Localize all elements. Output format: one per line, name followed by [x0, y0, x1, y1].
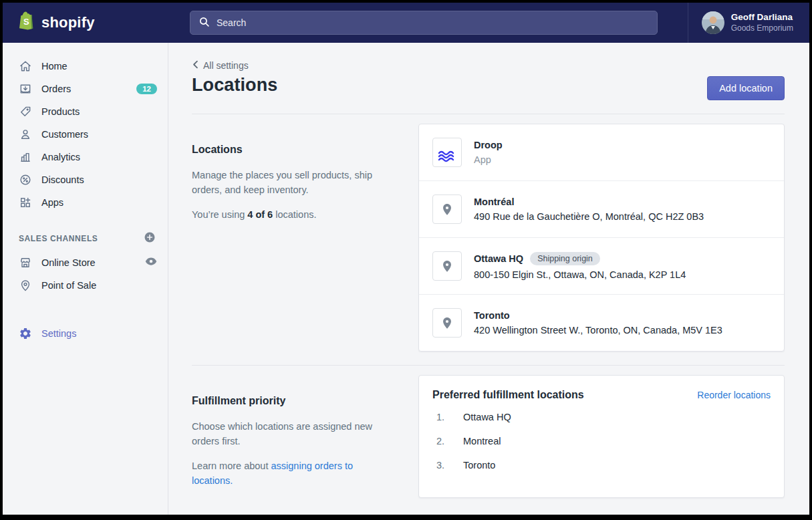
priority-location-name: Montreal: [463, 436, 501, 446]
search-box[interactable]: [190, 11, 658, 35]
tag-icon: [19, 105, 32, 118]
pin-icon: [432, 251, 462, 281]
locations-card: Droop App Montréal 490 Rue de la Gauchet…: [418, 124, 785, 352]
sidebar-item-products[interactable]: Products: [3, 100, 168, 123]
add-channel-button[interactable]: [144, 231, 156, 246]
sidebar-item-label: Online Store: [41, 257, 136, 268]
sales-channels-header: SALES CHANNELS: [3, 214, 168, 251]
sidebar-item-home[interactable]: Home: [3, 55, 168, 78]
location-row-montreal[interactable]: Montréal 490 Rue de la Gauchetière O, Mo…: [419, 181, 784, 238]
location-address: 420 Wellington Street W., Toronto, ON, C…: [474, 325, 722, 336]
priority-number: 1.: [436, 412, 447, 422]
search-section: [168, 11, 688, 35]
search-input[interactable]: [217, 17, 649, 28]
locations-section-info: Locations Manage the places you sell pro…: [192, 124, 394, 352]
person-icon: [19, 128, 32, 141]
preferred-locations-heading: Preferred fulfillment locations: [432, 389, 584, 401]
droop-app-icon: [432, 138, 462, 167]
reorder-locations-link[interactable]: Reorder locations: [697, 390, 771, 400]
sidebar-item-discounts[interactable]: Discounts: [3, 168, 168, 191]
sidebar-item-online-store[interactable]: Online Store: [3, 251, 168, 274]
page-title: Locations: [192, 75, 277, 96]
sidebar-item-label: Products: [41, 106, 157, 117]
shopify-wordmark: shopify: [41, 14, 95, 31]
locations-section-heading: Locations: [192, 144, 394, 156]
location-name: Montréal: [474, 197, 514, 207]
priority-item-3: 3. Toronto: [432, 453, 771, 477]
locations-section-description: Manage the places you sell products, shi…: [192, 168, 394, 198]
priority-number: 2.: [436, 436, 447, 446]
sidebar-item-label: Analytics: [41, 152, 157, 162]
view-store-eye-icon[interactable]: [145, 257, 157, 269]
fulfillment-description: Choose which locations are assigned new …: [192, 419, 394, 449]
priority-item-1: 1. Ottawa HQ: [432, 405, 771, 429]
gear-icon: [19, 327, 32, 340]
shopify-logo[interactable]: S shopify: [3, 11, 168, 35]
priority-location-name: Ottawa HQ: [463, 412, 511, 422]
sidebar-item-customers[interactable]: Customers: [3, 123, 168, 146]
orders-count-badge: 12: [136, 84, 157, 94]
chevron-left-icon: [192, 60, 199, 71]
location-name: Toronto: [474, 310, 510, 321]
sidebar-item-label: Home: [41, 61, 157, 72]
fulfillment-heading: Fulfillment priority: [192, 395, 394, 407]
sidebar-item-apps[interactable]: Apps: [3, 191, 168, 214]
sidebar-item-label: Point of Sale: [41, 280, 157, 291]
sidebar-item-settings[interactable]: Settings: [3, 322, 168, 345]
pin-icon: [432, 194, 462, 224]
pin-outline-icon: [19, 279, 32, 292]
pin-icon: [432, 308, 462, 338]
priority-location-name: Toronto: [463, 460, 495, 471]
user-name: Geoff Darliana: [731, 12, 793, 23]
app-window: S shopify: [3, 3, 809, 515]
breadcrumb[interactable]: All settings: [192, 60, 249, 71]
fulfillment-learn-more: Learn more about assigning orders to loc…: [192, 459, 394, 489]
sidebar-item-point-of-sale[interactable]: Point of Sale: [3, 274, 168, 297]
location-row-ottawa-hq[interactable]: Ottawa HQ Shipping origin 800-150 Elgin …: [419, 238, 784, 295]
shopify-bag-icon: S: [17, 11, 36, 35]
location-row-droop[interactable]: Droop App: [419, 124, 784, 181]
avatar: [702, 11, 724, 34]
sidebar-item-label: Discounts: [41, 174, 157, 185]
sidebar-item-label: Apps: [41, 197, 157, 208]
topbar: S shopify: [3, 3, 809, 43]
shipping-origin-badge: Shipping origin: [530, 252, 600, 265]
user-menu[interactable]: Geoff Darliana Goods Emporium: [688, 3, 809, 43]
location-row-toronto[interactable]: Toronto 420 Wellington Street W., Toront…: [419, 295, 784, 351]
priority-number: 3.: [436, 460, 447, 471]
preferred-locations-card: Preferred fulfillment locations Reorder …: [418, 375, 785, 498]
orders-icon: [19, 82, 32, 96]
locations-usage-text: You’re using 4 of 6 locations.: [192, 207, 394, 222]
user-info: Geoff Darliana Goods Emporium: [731, 12, 793, 33]
locations-usage-count: 4 of 6: [247, 209, 273, 220]
location-subtitle: App: [474, 154, 503, 165]
sidebar-item-label: Settings: [41, 328, 157, 339]
location-address: 490 Rue de la Gauchetière O, Montréal, Q…: [474, 211, 704, 222]
fulfillment-section-info: Fulfillment priority Choose which locati…: [192, 375, 394, 498]
main-content: All settings Locations Add location Loca…: [168, 43, 809, 515]
location-name: Droop: [474, 140, 503, 150]
apps-grid-icon: [19, 196, 32, 209]
priority-item-2: 2. Montreal: [432, 429, 771, 453]
location-address: 800-150 Elgin St., Ottawa, ON, Canada, K…: [474, 269, 686, 280]
sales-channels-label: SALES CHANNELS: [19, 234, 98, 243]
fulfillment-section: Fulfillment priority Choose which locati…: [192, 366, 785, 498]
user-store: Goods Emporium: [731, 23, 793, 33]
home-icon: [19, 59, 32, 73]
sidebar-item-label: Customers: [41, 129, 157, 140]
sidebar: Home Orders 12 Products Customers: [3, 43, 168, 515]
sidebar-item-orders[interactable]: Orders 12: [3, 78, 168, 100]
locations-section: Locations Manage the places you sell pro…: [192, 114, 785, 352]
breadcrumb-label: All settings: [203, 60, 249, 71]
percent-icon: [19, 173, 32, 186]
svg-text:S: S: [23, 17, 29, 27]
search-icon: [198, 16, 210, 30]
sidebar-item-analytics[interactable]: Analytics: [3, 146, 168, 168]
bar-chart-icon: [19, 150, 32, 164]
location-name: Ottawa HQ: [474, 253, 523, 264]
add-location-button[interactable]: Add location: [707, 76, 785, 100]
sidebar-item-label: Orders: [41, 84, 127, 94]
storefront-icon: [19, 256, 32, 269]
